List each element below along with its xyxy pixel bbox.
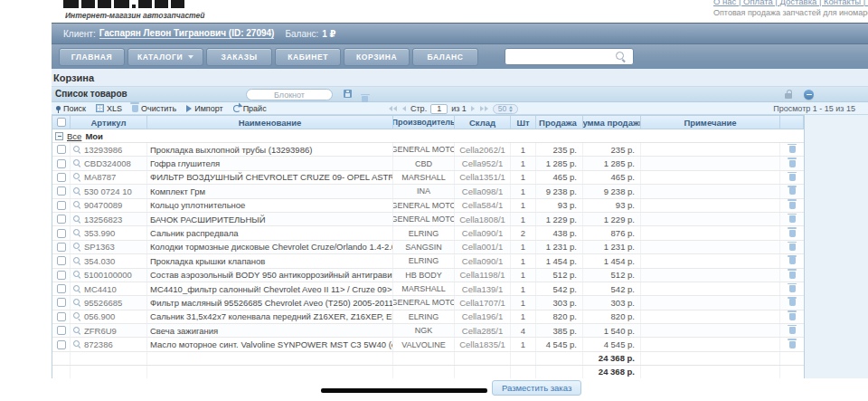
view-range: Просмотр 1 - 15 из 15 bbox=[773, 104, 855, 113]
warehouse-cell: Cella196/1 bbox=[455, 310, 511, 323]
row-checkbox[interactable] bbox=[52, 171, 71, 184]
row-checkbox[interactable] bbox=[52, 213, 71, 225]
nav-item-cabinet[interactable]: КАБИНЕТ bbox=[275, 48, 341, 66]
magnifier-icon[interactable] bbox=[73, 173, 81, 181]
client-name-link[interactable]: Гаспарян Левон Тигранович (ID: 27094) bbox=[99, 28, 275, 39]
delete-row-button[interactable] bbox=[780, 143, 804, 156]
magnifier-icon[interactable] bbox=[73, 201, 81, 209]
toolbar-clear-label: Очистить bbox=[141, 104, 176, 113]
page-input[interactable] bbox=[430, 104, 448, 114]
name-cell: Состав аэрозольный BODY 950 антикоррозий… bbox=[147, 269, 393, 282]
magnifier-icon[interactable] bbox=[73, 257, 81, 265]
toolbar-search-button[interactable]: Поиск bbox=[56, 104, 86, 113]
magnifier-icon[interactable] bbox=[73, 146, 81, 154]
article-cell: 13293986 bbox=[71, 143, 147, 156]
toolbar-clear-button[interactable]: Очистить bbox=[132, 104, 176, 113]
col-header-article[interactable]: Артикул bbox=[71, 116, 147, 129]
delete-row-button[interactable] bbox=[780, 185, 804, 197]
nav-item-balance[interactable]: БАЛАНС bbox=[412, 48, 478, 66]
delete-row-button[interactable] bbox=[780, 171, 804, 184]
delete-row-button[interactable] bbox=[780, 338, 804, 350]
top-nav-links[interactable]: О нас | Оплата | Доставка | Контакты | П… bbox=[713, 0, 868, 6]
col-header-manufacturer[interactable]: Производитель bbox=[393, 116, 455, 129]
search-icon[interactable] bbox=[616, 52, 627, 62]
nav-item-orders[interactable]: ЗАКАЗЫ bbox=[206, 48, 272, 66]
delete-row-button[interactable] bbox=[780, 157, 804, 169]
collapse-group-icon[interactable] bbox=[55, 132, 63, 140]
trash-icon bbox=[789, 230, 796, 237]
row-checkbox[interactable] bbox=[52, 338, 71, 350]
magnifier-icon[interactable] bbox=[73, 215, 81, 224]
magnifier-icon[interactable] bbox=[73, 327, 81, 335]
row-checkbox[interactable] bbox=[52, 143, 71, 156]
manufacturer-cell: HB BODY bbox=[393, 269, 455, 282]
delete-row-button[interactable] bbox=[780, 282, 804, 295]
collapse-panel-icon[interactable] bbox=[804, 90, 814, 100]
next-page-button[interactable] bbox=[470, 105, 476, 112]
article-cell: SP1363 bbox=[71, 241, 147, 253]
page-title: Корзина bbox=[53, 72, 94, 83]
magnifier-icon[interactable] bbox=[73, 299, 81, 307]
col-header-note[interactable]: Примечание bbox=[641, 116, 780, 129]
magnifier-icon[interactable] bbox=[73, 271, 81, 279]
delete-row-button[interactable] bbox=[780, 226, 804, 239]
trash-icon bbox=[789, 202, 796, 209]
magnifier-icon[interactable] bbox=[73, 285, 81, 293]
col-header-qty[interactable]: Шт bbox=[511, 116, 536, 129]
row-checkbox[interactable] bbox=[52, 226, 71, 239]
col-header-warehouse[interactable]: Склад bbox=[455, 116, 511, 129]
nav-item-catalogs[interactable]: КАТАЛОГИ bbox=[127, 48, 203, 66]
magnifier-icon[interactable] bbox=[73, 187, 81, 196]
search-input[interactable] bbox=[507, 50, 616, 63]
site-logo[interactable] bbox=[63, 0, 184, 8]
magnifier-icon[interactable] bbox=[73, 312, 81, 320]
toolbar-price-button[interactable]: Прайс bbox=[233, 104, 267, 113]
row-checkbox[interactable] bbox=[52, 199, 71, 212]
last-page-button[interactable] bbox=[479, 105, 489, 112]
select-all-checkbox[interactable] bbox=[52, 116, 71, 129]
row-checkbox[interactable] bbox=[52, 282, 71, 295]
row-checkbox[interactable] bbox=[52, 254, 71, 267]
lock-icon[interactable] bbox=[785, 93, 792, 99]
delete-row-button[interactable] bbox=[780, 241, 804, 253]
table-row: 530 0724 10Комплект ГрмINACella098/119 2… bbox=[52, 185, 804, 198]
magnifier-icon[interactable] bbox=[73, 340, 81, 348]
magnifier-icon[interactable] bbox=[73, 229, 81, 237]
magnifier-icon[interactable] bbox=[73, 159, 81, 167]
logo-letter bbox=[114, 0, 129, 8]
price-cell: 1 285 р. bbox=[536, 157, 583, 169]
delete-row-button[interactable] bbox=[780, 213, 804, 225]
group-all-link[interactable]: Все bbox=[67, 131, 81, 141]
first-page-button[interactable] bbox=[388, 105, 398, 112]
row-checkbox[interactable] bbox=[52, 185, 71, 197]
notebook-input[interactable] bbox=[246, 89, 333, 100]
place-order-button[interactable]: Разместить заказ bbox=[492, 380, 581, 396]
delete-row-button[interactable] bbox=[780, 324, 804, 337]
sum-cell: 465 р. bbox=[583, 171, 641, 184]
prev-page-button[interactable] bbox=[401, 105, 407, 112]
logo-tagline: Интернет-магазин автозапчастей bbox=[65, 11, 204, 20]
page-size-select[interactable]: 50 bbox=[493, 104, 518, 114]
row-checkbox[interactable] bbox=[52, 324, 71, 337]
delete-row-button[interactable] bbox=[780, 254, 804, 267]
magnifier-icon[interactable] bbox=[73, 243, 81, 251]
row-checkbox[interactable] bbox=[52, 269, 71, 282]
delete-row-button[interactable] bbox=[780, 199, 804, 212]
save-icon[interactable] bbox=[344, 90, 352, 98]
nav-item-cart[interactable]: КОРЗИНА bbox=[344, 48, 410, 66]
nav-item-home[interactable]: ГЛАВНАЯ bbox=[59, 48, 125, 66]
row-checkbox[interactable] bbox=[52, 296, 71, 309]
toolbar-import-button[interactable]: Импорт bbox=[186, 104, 222, 113]
col-header-sum[interactable]: Сумма продажи bbox=[583, 116, 641, 129]
toolbar-xls-button[interactable]: XLS bbox=[96, 104, 122, 113]
warehouse-cell: Cella1707/1 bbox=[455, 296, 511, 309]
row-checkbox[interactable] bbox=[52, 241, 71, 253]
col-header-price[interactable]: Продажа bbox=[536, 116, 583, 129]
row-checkbox[interactable] bbox=[52, 310, 71, 323]
delete-row-button[interactable] bbox=[780, 310, 804, 323]
manufacturer-cell: INA bbox=[393, 185, 455, 197]
delete-row-button[interactable] bbox=[780, 296, 804, 309]
row-checkbox[interactable] bbox=[52, 157, 71, 169]
delete-row-button[interactable] bbox=[780, 269, 804, 282]
col-header-name[interactable]: Наименование bbox=[147, 116, 393, 129]
